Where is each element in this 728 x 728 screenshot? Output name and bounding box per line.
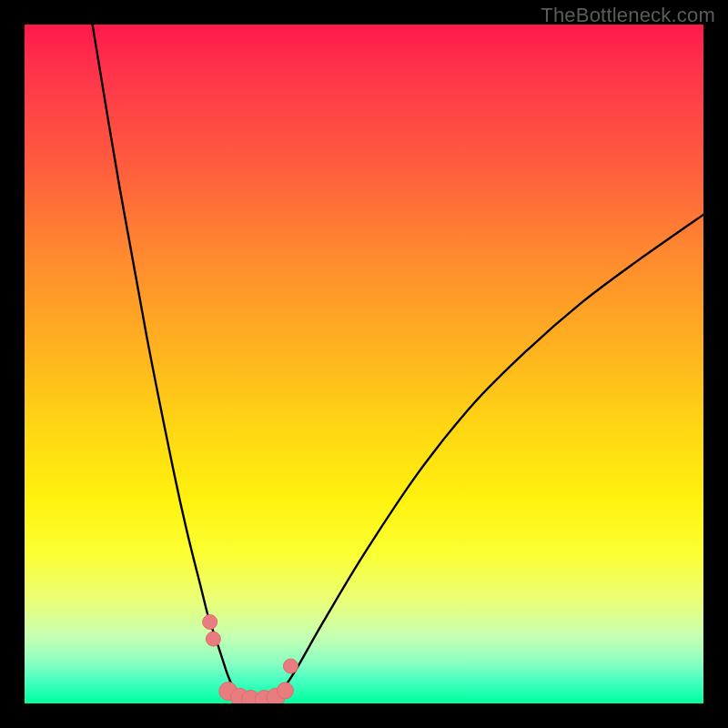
highlight-point (283, 659, 298, 673)
watermark-text: TheBottleneck.com (541, 4, 715, 27)
highlight-point (206, 632, 220, 646)
highlight-point (277, 682, 293, 699)
highlight-markers (203, 614, 298, 703)
highlight-point (203, 614, 217, 629)
marker-layer (25, 25, 703, 703)
chart-frame: TheBottleneck.com (0, 0, 728, 728)
